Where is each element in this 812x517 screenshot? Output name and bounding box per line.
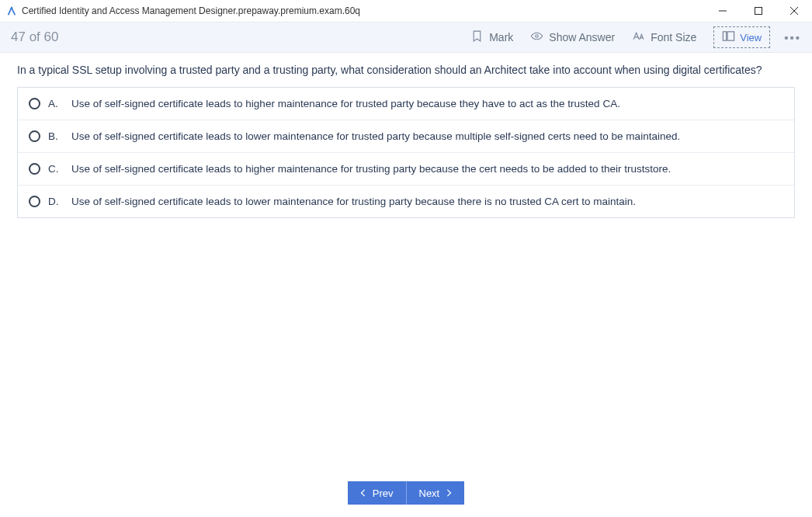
window-controls xyxy=(705,0,812,22)
options-container: A. Use of self-signed certificate leads … xyxy=(17,87,795,218)
progress-indicator: 47 of 60 xyxy=(11,29,58,45)
mark-label: Mark xyxy=(489,31,513,43)
option-a[interactable]: A. Use of self-signed certificate leads … xyxy=(18,88,794,120)
radio-icon xyxy=(29,98,40,109)
font-size-button[interactable]: Font Size xyxy=(632,29,696,45)
show-answer-label: Show Answer xyxy=(549,31,615,43)
minimize-button[interactable] xyxy=(705,0,741,22)
option-text: Use of self-signed certificate leads to … xyxy=(71,98,620,109)
close-button[interactable] xyxy=(776,0,812,22)
svg-point-4 xyxy=(536,35,539,38)
next-button[interactable]: Next xyxy=(407,481,465,505)
option-b[interactable]: B. Use of self-signed certificate leads … xyxy=(18,120,794,153)
font-size-label: Font Size xyxy=(651,31,696,43)
next-label: Next xyxy=(419,488,440,499)
content-area: In a typical SSL setup involving a trust… xyxy=(0,53,812,477)
option-c[interactable]: C. Use of self-signed certificate leads … xyxy=(18,153,794,186)
font-size-icon xyxy=(632,29,645,45)
chevron-right-icon xyxy=(446,488,452,499)
mark-button[interactable]: Mark xyxy=(470,29,513,45)
window-title: Certified Identity and Access Management… xyxy=(22,5,360,16)
eye-icon xyxy=(530,29,543,45)
radio-icon xyxy=(29,163,40,175)
svg-rect-5 xyxy=(724,32,727,40)
show-answer-button[interactable]: Show Answer xyxy=(530,29,615,45)
view-label: View xyxy=(740,32,762,43)
option-letter: B. xyxy=(48,130,61,142)
svg-rect-1 xyxy=(755,8,762,15)
view-button[interactable]: View xyxy=(713,26,770,48)
radio-icon xyxy=(29,196,40,207)
footer-nav: Prev Next xyxy=(0,477,812,517)
more-options-button[interactable]: ••• xyxy=(784,31,801,44)
option-text: Use of self-signed certificate leads to … xyxy=(71,196,636,207)
question-text: In a typical SSL setup involving a trust… xyxy=(17,64,795,76)
svg-rect-6 xyxy=(727,32,734,40)
chevron-left-icon xyxy=(360,488,366,499)
option-letter: D. xyxy=(48,196,61,207)
view-icon xyxy=(722,29,735,45)
option-letter: A. xyxy=(48,98,61,109)
option-letter: C. xyxy=(48,163,61,175)
prev-button[interactable]: Prev xyxy=(348,481,407,505)
toolbar: 47 of 60 Mark Show Answer Font Size View… xyxy=(0,22,812,53)
dots-icon: ••• xyxy=(784,31,801,44)
app-logo-icon xyxy=(6,5,17,16)
bookmark-icon xyxy=(470,29,484,45)
radio-icon xyxy=(29,130,40,142)
option-text: Use of self-signed certificate leads to … xyxy=(71,163,671,175)
titlebar: Certified Identity and Access Management… xyxy=(0,0,812,22)
prev-label: Prev xyxy=(373,488,394,499)
maximize-button[interactable] xyxy=(741,0,776,22)
option-d[interactable]: D. Use of self-signed certificate leads … xyxy=(18,186,794,217)
option-text: Use of self-signed certificate leads to … xyxy=(71,130,680,142)
